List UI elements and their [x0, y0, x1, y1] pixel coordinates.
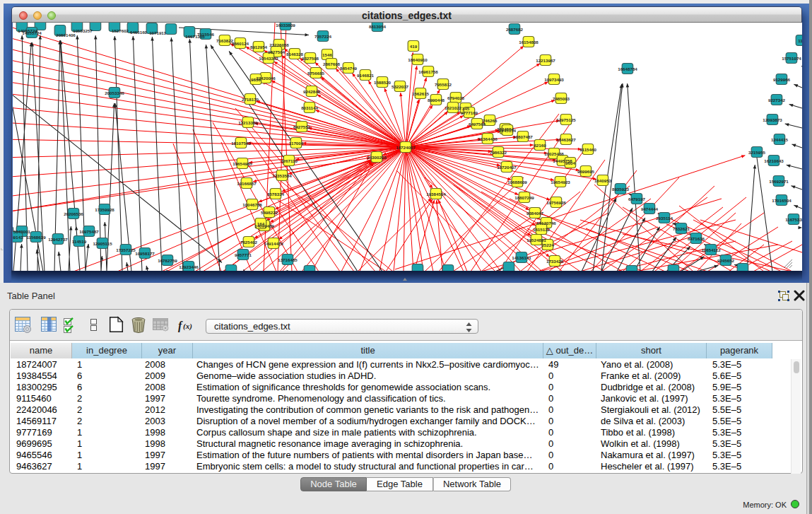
- svg-text:1733426: 1733426: [546, 259, 564, 264]
- svg-text:7163822: 7163822: [216, 38, 234, 43]
- svg-text:2718170: 2718170: [242, 97, 259, 102]
- svg-text:10553257: 10553257: [73, 28, 93, 33]
- svg-text:9777169: 9777169: [461, 110, 478, 115]
- svg-text:117004: 117004: [289, 141, 304, 146]
- svg-text:9146821: 9146821: [357, 73, 375, 78]
- svg-text:18463627: 18463627: [556, 137, 576, 142]
- svg-text:15720407: 15720407: [497, 165, 517, 170]
- svg-text:1588520: 1588520: [374, 80, 392, 85]
- svg-text:419: 419: [410, 44, 418, 49]
- svg-text:8031144: 8031144: [301, 105, 318, 110]
- svg-text:2867608: 2867608: [323, 62, 341, 66]
- svg-text:19524851: 19524851: [526, 238, 546, 243]
- svg-text:6479197: 6479197: [628, 197, 646, 201]
- svg-text:6466160: 6466160: [130, 30, 148, 35]
- svg-text:12213369: 12213369: [238, 120, 258, 125]
- svg-text:8471636: 8471636: [688, 236, 705, 241]
- svg-text:8935923: 8935923: [612, 187, 630, 192]
- svg-text:17016504: 17016504: [772, 198, 792, 203]
- svg-text:5843001: 5843001: [13, 229, 31, 234]
- svg-text:12213967: 12213967: [536, 58, 555, 63]
- svg-text:9830: 9830: [251, 77, 261, 82]
- svg-text:19384554: 19384554: [426, 192, 446, 197]
- svg-text:9457771: 9457771: [235, 252, 252, 257]
- svg-text:23226058: 23226058: [269, 42, 289, 47]
- svg-text:1562615: 1562615: [412, 91, 430, 96]
- svg-text:9115460: 9115460: [579, 147, 596, 152]
- svg-text:1615132: 1615132: [533, 227, 551, 232]
- svg-text:15751074: 15751074: [782, 56, 801, 61]
- svg-text:1244415: 1244415: [771, 137, 789, 142]
- svg-text:7955812: 7955812: [435, 82, 452, 87]
- svg-text:19166857: 19166857: [237, 181, 257, 186]
- svg-text:1640953: 1640953: [594, 178, 612, 183]
- svg-text:18640910: 18640910: [408, 57, 428, 62]
- svg-text:10958177: 10958177: [135, 251, 155, 256]
- svg-text:9604: 9604: [565, 160, 575, 165]
- svg-text:12905115: 12905115: [93, 241, 112, 246]
- svg-text:12975125: 12975125: [556, 117, 576, 122]
- svg-text:1167533: 1167533: [785, 217, 802, 222]
- svg-text:12923446: 12923446: [179, 264, 199, 269]
- svg-text:25300203: 25300203: [367, 155, 387, 160]
- svg-text:111: 111: [798, 38, 802, 43]
- svg-text:(x): (x): [183, 322, 192, 331]
- svg-text:17359928: 17359928: [95, 207, 114, 212]
- svg-text:16782759: 16782759: [158, 258, 177, 263]
- svg-text:11568629: 11568629: [26, 235, 46, 240]
- svg-text:5322037: 5322037: [392, 84, 409, 89]
- svg-text:9827504: 9827504: [268, 49, 286, 54]
- svg-text:9474444: 9474444: [641, 206, 659, 211]
- svg-text:18807249: 18807249: [514, 195, 534, 200]
- svg-text:7986322: 7986322: [490, 150, 507, 155]
- svg-text:7625402: 7625402: [240, 240, 258, 245]
- svg-text:8427552: 8427552: [293, 124, 311, 129]
- svg-text:19756928: 19756928: [546, 200, 566, 205]
- svg-text:10807487: 10807487: [513, 134, 533, 139]
- svg-text:19654923: 19654923: [551, 180, 570, 185]
- svg-text:5498222: 5498222: [261, 210, 278, 215]
- svg-text:19654985: 19654985: [233, 161, 252, 166]
- svg-text:8912954: 8912954: [250, 45, 268, 49]
- svg-text:12353584: 12353584: [272, 173, 292, 178]
- svg-text:10543342: 10543342: [259, 56, 278, 61]
- svg-text:14055724: 14055724: [18, 28, 37, 33]
- svg-text:12942737: 12942737: [48, 237, 68, 242]
- svg-text:17357225: 17357225: [116, 247, 136, 252]
- svg-text:7832621: 7832621: [673, 226, 690, 231]
- svg-text:8454749: 8454749: [340, 66, 358, 71]
- svg-text:8578334: 8578334: [267, 192, 285, 197]
- svg-text:7357224: 7357224: [314, 34, 332, 39]
- svg-text:6497568: 6497568: [469, 122, 486, 127]
- svg-text:15692971: 15692971: [769, 179, 789, 184]
- svg-text:8146328: 8146328: [286, 52, 304, 57]
- svg-text:10688609: 10688609: [507, 180, 527, 185]
- svg-text:18724007: 18724007: [396, 145, 416, 150]
- svg-text:10654112: 10654112: [701, 247, 721, 252]
- svg-text:16961758: 16961758: [418, 69, 438, 74]
- svg-text:9242848: 9242848: [303, 89, 321, 94]
- svg-text:20891406: 20891406: [56, 33, 76, 37]
- svg-text:1245154: 1245154: [499, 128, 517, 133]
- svg-text:16648784: 16648784: [618, 66, 637, 71]
- svg-text:14914479: 14914479: [264, 241, 283, 246]
- svg-text:14136141: 14136141: [512, 255, 531, 260]
- svg-text:8756685: 8756685: [307, 71, 325, 76]
- svg-text:2687682: 2687682: [506, 27, 524, 32]
- svg-text:9227342: 9227342: [768, 98, 786, 103]
- svg-text:21364436: 21364436: [478, 136, 498, 141]
- svg-text:16154808: 16154808: [519, 40, 539, 45]
- svg-text:25224: 25224: [541, 243, 554, 247]
- svg-text:164: 164: [257, 221, 265, 226]
- svg-text:16671355: 16671355: [185, 34, 205, 39]
- svg-text:18107543: 18107543: [231, 141, 251, 146]
- svg-text:10025438: 10025438: [544, 151, 564, 156]
- svg-text:10973493: 10973493: [544, 77, 564, 82]
- svg-text:9245652: 9245652: [717, 258, 735, 263]
- svg-text:1621022: 1621022: [445, 105, 462, 110]
- svg-text:114519: 114519: [72, 239, 87, 244]
- svg-text:1527602: 1527602: [112, 28, 129, 33]
- svg-text:3215955: 3215955: [748, 150, 766, 155]
- svg-text:9129966: 9129966: [773, 77, 791, 82]
- svg-text:2935114: 2935114: [656, 216, 673, 221]
